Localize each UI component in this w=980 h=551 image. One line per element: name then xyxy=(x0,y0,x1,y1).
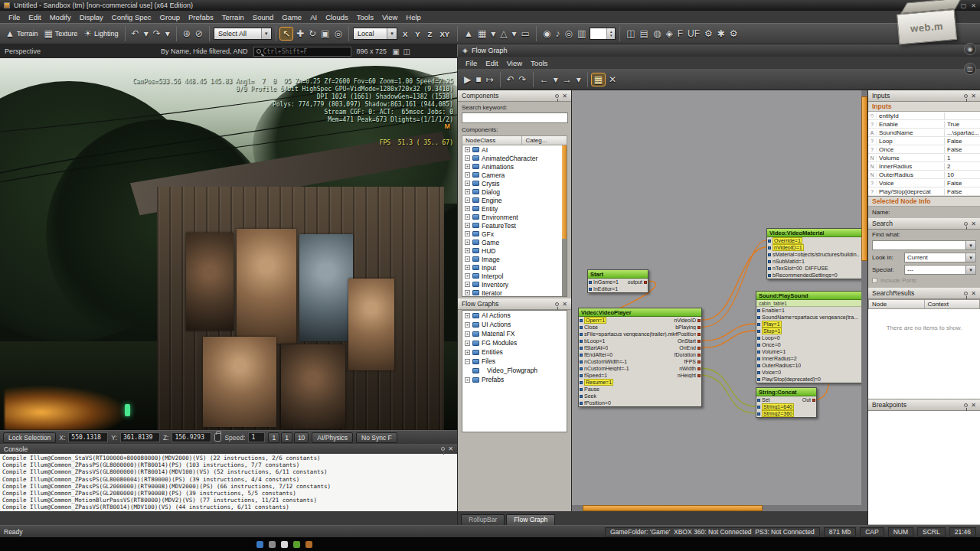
axis-xy-button[interactable]: XY xyxy=(436,28,453,40)
input-port-icon[interactable] xyxy=(580,367,583,370)
expand-icon[interactable]: + xyxy=(465,341,470,346)
canvas-vertical-scrollbar[interactable] xyxy=(861,90,867,505)
menu-item[interactable]: Tools xyxy=(353,12,377,22)
expand-icon[interactable]: + xyxy=(465,214,470,220)
uf-icon[interactable]: UF xyxy=(685,28,702,40)
expand-icon[interactable]: + xyxy=(465,223,470,228)
components-tree-item[interactable]: + Input xyxy=(462,263,567,272)
maximize-icon[interactable]: ▢ xyxy=(961,2,967,9)
breakpoints-list[interactable] xyxy=(868,411,980,524)
input-port-icon[interactable] xyxy=(757,337,760,340)
input-port-icon[interactable] xyxy=(757,357,760,360)
expand-icon[interactable]: + xyxy=(465,172,470,178)
node-port-row[interactable]: sMaterial=objects/structures/buildin... xyxy=(767,251,864,258)
components-tree-item[interactable]: + Crysis xyxy=(462,179,567,187)
input-properties-grid[interactable]: ◇ entityId ? Enable True A SoundName ...… xyxy=(868,112,980,197)
axis-y-button[interactable]: Y xyxy=(411,28,423,40)
expand-icon[interactable]: + xyxy=(465,248,470,253)
menu-item[interactable]: View xyxy=(378,12,401,22)
input-port-icon[interactable] xyxy=(580,347,583,350)
output-port-icon[interactable] xyxy=(697,340,701,343)
components-tree-item[interactable]: + Image xyxy=(462,255,567,263)
input-property-row[interactable]: N Volume 1 xyxy=(868,154,980,162)
flowgraph-node-videomaterial[interactable]: Video:VideoMaterial Override=1 nVideoID=… xyxy=(766,228,864,279)
ruler-icon[interactable]: ▭ xyxy=(519,28,532,40)
search-box[interactable] xyxy=(253,47,351,57)
node-port-row[interactable]: InGame=1 output xyxy=(588,279,648,285)
node-port-row[interactable]: Open=1 nVideoID xyxy=(579,317,701,324)
menu-item[interactable]: Edit xyxy=(24,12,44,22)
input-port-icon[interactable] xyxy=(768,267,771,270)
input-port-icon[interactable] xyxy=(757,412,760,416)
look-in-combo[interactable]: Current▾ xyxy=(904,253,976,262)
components-tree-item[interactable]: + Game xyxy=(462,238,567,246)
flowgraph-menu-item[interactable]: File xyxy=(462,58,481,68)
select-object-icon[interactable]: ↖ xyxy=(280,28,292,40)
flowgraph-node-start[interactable]: Start InGame=1 output InEditor=1 xyxy=(587,269,648,293)
x-coordinate-field[interactable]: 550.1318 xyxy=(68,432,108,442)
material-editor-icon[interactable]: ◍ xyxy=(651,28,663,40)
close-icon[interactable]: ✕ xyxy=(971,290,976,297)
node-port-row[interactable]: fSpeed=1 nHeight xyxy=(579,372,701,379)
pin-icon[interactable] xyxy=(555,302,559,306)
expand-icon[interactable]: + xyxy=(465,181,470,186)
input-port-icon[interactable] xyxy=(768,260,771,263)
chevron-down-icon[interactable]: ▾ xyxy=(965,266,975,274)
node-port-row[interactable]: bLoop=1 OnStart xyxy=(579,337,701,344)
output-port-icon[interactable] xyxy=(697,354,701,357)
fg-step-icon[interactable]: ↦ xyxy=(483,73,495,86)
camera-icon[interactable]: ◫ xyxy=(624,28,637,40)
tray-icon[interactable] xyxy=(281,541,288,548)
input-port-icon[interactable] xyxy=(580,354,583,357)
menu-item[interactable]: Config Spec xyxy=(108,12,155,22)
input-property-row[interactable]: ? Once False xyxy=(868,145,980,154)
taskbar[interactable] xyxy=(0,537,980,551)
expand-icon[interactable]: + xyxy=(465,256,470,262)
input-property-row[interactable]: N OuterRadius 10 xyxy=(868,171,980,179)
node-port-row[interactable]: Seek xyxy=(579,393,701,399)
flowgraph-title-bar[interactable]: ◈ Flow Graph ✕ xyxy=(457,44,980,57)
input-port-icon[interactable] xyxy=(768,240,771,243)
viewport-search-input[interactable] xyxy=(263,48,348,55)
node-port-row[interactable]: Volume=1 xyxy=(756,348,864,355)
undo-icon[interactable]: ↶ xyxy=(129,28,142,40)
input-port-icon[interactable] xyxy=(757,316,760,319)
output-port-icon[interactable] xyxy=(697,319,701,322)
expand-icon[interactable]: + xyxy=(465,313,470,318)
console-log[interactable]: Compile Illum@Common_StaVS(RT100000+8000… xyxy=(0,454,457,511)
close-icon[interactable]: ✕ xyxy=(971,402,976,409)
node-port-row[interactable]: sFile=spartacus vengeance(trailer).mkv f… xyxy=(579,331,701,337)
input-property-row[interactable]: ? Loop False xyxy=(868,137,980,145)
close-icon[interactable]: ✕ xyxy=(971,220,976,227)
flowgraph-tree-item[interactable]: + Prefabs xyxy=(462,375,567,384)
close-icon[interactable]: ✕ xyxy=(448,445,453,452)
speed-preset-1[interactable]: 1 xyxy=(281,432,292,443)
node-port-row[interactable]: nVideoID=1 xyxy=(767,244,864,251)
components-tree-item[interactable]: + GFx xyxy=(462,230,567,238)
input-port-icon[interactable] xyxy=(757,350,760,354)
node-port-row[interactable]: Voice=0 xyxy=(756,369,864,376)
input-port-icon[interactable] xyxy=(757,330,760,333)
reference-coordsys-combo[interactable]: Local▾ xyxy=(353,28,397,40)
goto-position-icon[interactable]: ◎ xyxy=(562,28,574,40)
node-port-row[interactable]: Loop=0 xyxy=(756,334,864,341)
flowgraph-canvas[interactable]: Start InGame=1 output InEditor=1 Video:V… xyxy=(572,90,867,511)
measure-icon[interactable]: ▥ xyxy=(575,28,588,40)
tray-icon[interactable] xyxy=(305,541,312,548)
input-port-icon[interactable] xyxy=(757,344,760,347)
expand-icon[interactable]: − xyxy=(465,359,470,364)
scrollbar-thumb[interactable] xyxy=(861,96,867,261)
components-tree-item[interactable]: + HUD xyxy=(462,246,567,255)
menu-item[interactable]: Terrain xyxy=(218,12,248,22)
output-port-icon[interactable] xyxy=(697,374,701,377)
node-port-row[interactable]: fPosition=0 xyxy=(579,399,701,406)
expand-icon[interactable]: + xyxy=(465,231,470,236)
expand-icon[interactable]: + xyxy=(465,331,470,337)
lock-selection-button[interactable]: Lock Selection xyxy=(3,432,56,443)
gear-icon[interactable]: ⚙ xyxy=(702,28,715,40)
axis-z-button[interactable]: Z xyxy=(424,28,436,40)
tray-icon[interactable] xyxy=(256,541,263,548)
node-port-row[interactable]: bRecommendedSettings=0 xyxy=(767,272,864,279)
components-tree-item[interactable]: + Environment xyxy=(462,213,567,221)
scrollbar-thumb[interactable] xyxy=(562,145,567,239)
